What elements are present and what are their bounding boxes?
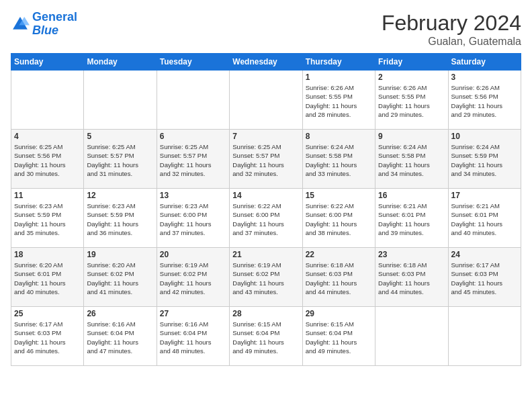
day-info: Sunrise: 6:23 AM Sunset: 5:59 PM Dayligh… — [14, 201, 81, 237]
day-info: Sunrise: 6:17 AM Sunset: 6:03 PM Dayligh… — [14, 320, 81, 355]
day-info: Sunrise: 6:24 AM Sunset: 5:59 PM Dayligh… — [451, 142, 518, 178]
day-info: Sunrise: 6:26 AM Sunset: 5:55 PM Dayligh… — [378, 83, 445, 119]
calendar-cell: 2Sunrise: 6:26 AM Sunset: 5:55 PM Daylig… — [375, 71, 448, 130]
day-info: Sunrise: 6:16 AM Sunset: 6:04 PM Dayligh… — [87, 320, 153, 355]
calendar-cell: 28Sunrise: 6:15 AM Sunset: 6:04 PM Dayli… — [230, 307, 302, 366]
day-info: Sunrise: 6:26 AM Sunset: 5:55 PM Dayligh… — [306, 83, 372, 119]
day-info: Sunrise: 6:25 AM Sunset: 5:57 PM Dayligh… — [87, 142, 153, 178]
calendar-cell: 4Sunrise: 6:25 AM Sunset: 5:56 PM Daylig… — [11, 130, 84, 189]
day-of-week-header: Friday — [375, 54, 448, 71]
day-info: Sunrise: 6:18 AM Sunset: 6:03 PM Dayligh… — [378, 261, 445, 296]
day-number: 13 — [160, 191, 226, 200]
calendar-cell: 12Sunrise: 6:23 AM Sunset: 5:59 PM Dayli… — [84, 189, 157, 248]
month-title: February 2024 — [382, 11, 521, 36]
calendar-week-row: 4Sunrise: 6:25 AM Sunset: 5:56 PM Daylig… — [11, 130, 521, 189]
day-number: 6 — [160, 132, 226, 141]
calendar-header: SundayMondayTuesdayWednesdayThursdayFrid… — [11, 54, 521, 71]
day-info: Sunrise: 6:15 AM Sunset: 6:04 PM Dayligh… — [306, 320, 372, 355]
calendar-cell — [230, 71, 302, 130]
title-block: February 2024 Gualan, Guatemala — [382, 11, 521, 48]
day-number: 23 — [378, 250, 445, 259]
day-number: 26 — [87, 309, 153, 318]
calendar-cell: 11Sunrise: 6:23 AM Sunset: 5:59 PM Dayli… — [11, 189, 84, 248]
calendar-cell: 8Sunrise: 6:24 AM Sunset: 5:58 PM Daylig… — [302, 130, 375, 189]
day-number: 10 — [451, 132, 518, 141]
day-number: 16 — [378, 191, 445, 200]
day-info: Sunrise: 6:16 AM Sunset: 6:04 PM Dayligh… — [160, 320, 226, 355]
day-info: Sunrise: 6:19 AM Sunset: 6:02 PM Dayligh… — [232, 261, 299, 296]
logo-line1: General — [32, 10, 77, 24]
day-info: Sunrise: 6:23 AM Sunset: 6:00 PM Dayligh… — [160, 201, 226, 237]
calendar-cell: 10Sunrise: 6:24 AM Sunset: 5:59 PM Dayli… — [448, 130, 521, 189]
calendar-cell: 26Sunrise: 6:16 AM Sunset: 6:04 PM Dayli… — [84, 307, 157, 366]
calendar-week-row: 25Sunrise: 6:17 AM Sunset: 6:03 PM Dayli… — [11, 307, 521, 366]
logo-icon — [11, 15, 30, 34]
logo: General Blue — [11, 11, 77, 38]
calendar-week-row: 11Sunrise: 6:23 AM Sunset: 5:59 PM Dayli… — [11, 189, 521, 248]
day-of-week-header: Tuesday — [157, 54, 229, 71]
day-info: Sunrise: 6:24 AM Sunset: 5:58 PM Dayligh… — [378, 142, 445, 178]
day-number: 8 — [306, 132, 372, 141]
calendar-cell: 22Sunrise: 6:18 AM Sunset: 6:03 PM Dayli… — [302, 248, 375, 307]
calendar-cell — [11, 71, 84, 130]
day-number: 1 — [306, 73, 372, 82]
logo-line2: Blue — [32, 24, 58, 37]
calendar-cell: 20Sunrise: 6:19 AM Sunset: 6:02 PM Dayli… — [157, 248, 229, 307]
calendar-week-row: 1Sunrise: 6:26 AM Sunset: 5:55 PM Daylig… — [11, 71, 521, 130]
calendar-cell: 19Sunrise: 6:20 AM Sunset: 6:02 PM Dayli… — [84, 248, 157, 307]
day-number: 25 — [14, 309, 81, 318]
day-number: 14 — [232, 191, 299, 200]
day-number: 27 — [160, 309, 226, 318]
day-number: 20 — [160, 250, 226, 259]
day-info: Sunrise: 6:24 AM Sunset: 5:58 PM Dayligh… — [306, 142, 372, 178]
day-info: Sunrise: 6:21 AM Sunset: 6:01 PM Dayligh… — [451, 201, 518, 237]
day-info: Sunrise: 6:23 AM Sunset: 5:59 PM Dayligh… — [87, 201, 153, 237]
calendar-cell: 18Sunrise: 6:20 AM Sunset: 6:01 PM Dayli… — [11, 248, 84, 307]
calendar-cell: 6Sunrise: 6:25 AM Sunset: 5:57 PM Daylig… — [157, 130, 229, 189]
day-info: Sunrise: 6:22 AM Sunset: 6:00 PM Dayligh… — [306, 201, 372, 237]
day-of-week-header: Sunday — [11, 54, 84, 71]
day-info: Sunrise: 6:19 AM Sunset: 6:02 PM Dayligh… — [160, 261, 226, 296]
day-number: 11 — [14, 191, 81, 200]
page-header: General Blue February 2024 Gualan, Guate… — [11, 11, 521, 48]
day-info: Sunrise: 6:22 AM Sunset: 6:00 PM Dayligh… — [232, 201, 299, 237]
day-info: Sunrise: 6:20 AM Sunset: 6:02 PM Dayligh… — [87, 261, 153, 296]
calendar-cell: 9Sunrise: 6:24 AM Sunset: 5:58 PM Daylig… — [375, 130, 448, 189]
day-of-week-header: Saturday — [448, 54, 521, 71]
calendar-cell: 17Sunrise: 6:21 AM Sunset: 6:01 PM Dayli… — [448, 189, 521, 248]
calendar-cell: 1Sunrise: 6:26 AM Sunset: 5:55 PM Daylig… — [302, 71, 375, 130]
calendar-cell: 21Sunrise: 6:19 AM Sunset: 6:02 PM Dayli… — [230, 248, 302, 307]
day-of-week-header: Wednesday — [230, 54, 302, 71]
day-number: 2 — [378, 73, 445, 82]
calendar-cell: 29Sunrise: 6:15 AM Sunset: 6:04 PM Dayli… — [302, 307, 375, 366]
calendar-cell: 24Sunrise: 6:17 AM Sunset: 6:03 PM Dayli… — [448, 248, 521, 307]
day-number: 22 — [306, 250, 372, 259]
day-number: 21 — [232, 250, 299, 259]
day-number: 4 — [14, 132, 81, 141]
calendar-cell: 7Sunrise: 6:25 AM Sunset: 5:57 PM Daylig… — [230, 130, 302, 189]
calendar-cell — [157, 71, 229, 130]
day-info: Sunrise: 6:15 AM Sunset: 6:04 PM Dayligh… — [232, 320, 299, 355]
day-info: Sunrise: 6:17 AM Sunset: 6:03 PM Dayligh… — [451, 261, 518, 296]
day-info: Sunrise: 6:25 AM Sunset: 5:57 PM Dayligh… — [232, 142, 299, 178]
calendar-cell: 27Sunrise: 6:16 AM Sunset: 6:04 PM Dayli… — [157, 307, 229, 366]
calendar-week-row: 18Sunrise: 6:20 AM Sunset: 6:01 PM Dayli… — [11, 248, 521, 307]
calendar-cell: 23Sunrise: 6:18 AM Sunset: 6:03 PM Dayli… — [375, 248, 448, 307]
day-number: 24 — [451, 250, 518, 259]
day-info: Sunrise: 6:21 AM Sunset: 6:01 PM Dayligh… — [378, 201, 445, 237]
day-number: 28 — [232, 309, 299, 318]
day-number: 15 — [306, 191, 372, 200]
day-info: Sunrise: 6:25 AM Sunset: 5:57 PM Dayligh… — [160, 142, 226, 178]
day-number: 3 — [451, 73, 518, 82]
calendar-cell — [448, 307, 521, 366]
calendar-cell: 5Sunrise: 6:25 AM Sunset: 5:57 PM Daylig… — [84, 130, 157, 189]
day-number: 18 — [14, 250, 81, 259]
day-info: Sunrise: 6:25 AM Sunset: 5:56 PM Dayligh… — [14, 142, 81, 178]
calendar-cell: 14Sunrise: 6:22 AM Sunset: 6:00 PM Dayli… — [230, 189, 302, 248]
day-number: 5 — [87, 132, 153, 141]
calendar-cell — [84, 71, 157, 130]
logo-text: General Blue — [32, 11, 77, 38]
day-of-week-header: Monday — [84, 54, 157, 71]
calendar-cell: 16Sunrise: 6:21 AM Sunset: 6:01 PM Dayli… — [375, 189, 448, 248]
calendar-cell: 13Sunrise: 6:23 AM Sunset: 6:00 PM Dayli… — [157, 189, 229, 248]
